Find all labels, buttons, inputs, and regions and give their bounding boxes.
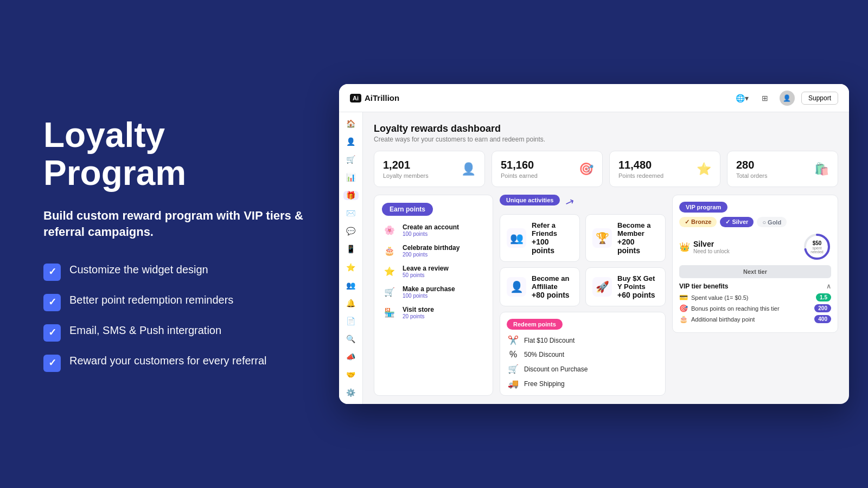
- earn-icon-visit: 🏪: [382, 305, 397, 320]
- buyx-name: Buy $X Get Y Points: [617, 274, 659, 291]
- sidebar: 🏠 👤 🛒 📊 🎁 ✉️ 💬 📱 ⭐ 👥 🔔 📄 🔍 📣 🤝 ⚙️: [339, 112, 363, 404]
- language-icon[interactable]: 🌐▾: [734, 90, 750, 106]
- stat-icon-earned: 🎯: [579, 162, 593, 176]
- earn-points-title: Earn points: [382, 203, 433, 216]
- sidebar-affiliate-icon[interactable]: 🤝: [343, 370, 359, 380]
- 50pct-label: 50% Discount: [524, 351, 564, 358]
- redeem-title: Redeem points: [507, 319, 563, 330]
- redeem-list: ✂️ Flat $10 Discount % 50% Discount 🛒 Di…: [507, 335, 659, 389]
- refer-name: Refer a Friends: [532, 221, 573, 237]
- stat-points-earned: 51,160 Points earned 🎯: [492, 151, 603, 187]
- sidebar-analytics-icon[interactable]: 🔍: [343, 335, 359, 344]
- sidebar-cart-icon[interactable]: 🛒: [343, 155, 359, 164]
- activity-buyx: 🚀 Buy $X Get Y Points +60 points: [585, 267, 666, 306]
- sidebar-user-icon[interactable]: 👤: [343, 137, 359, 146]
- earn-icon-account: 🌸: [382, 222, 397, 237]
- progress-amount: $50: [810, 240, 823, 246]
- refer-points: +100 points: [532, 237, 573, 255]
- check-icon: [43, 294, 61, 311]
- tier-silver[interactable]: ✓ Silver: [720, 217, 754, 227]
- feature-list: Customize the widget designBetter point …: [43, 262, 304, 372]
- progress-needed: spentneeded: [810, 246, 823, 254]
- sidebar-whatsapp-icon[interactable]: 📱: [343, 245, 359, 254]
- top-bar-icons: 🌐▾ ⊞ 👤 Support: [734, 90, 838, 106]
- bonus-icon: 🎯: [679, 304, 688, 312]
- logo-box: Ai: [350, 94, 361, 102]
- bonus-badge: 200: [814, 304, 831, 312]
- sidebar-pages-icon[interactable]: 📄: [343, 316, 359, 325]
- benefit-birthday: 🎂 Additional birthday point 400: [679, 315, 831, 323]
- earn-icon-review: ⭐: [382, 264, 397, 279]
- spent-label: Spent value (1= $0.5): [691, 294, 813, 301]
- stat-label-earned: Points earned: [501, 172, 538, 179]
- header-section: Loyalty rewards dashboard Create ways fo…: [374, 123, 838, 143]
- tier-name: Silver: [693, 240, 730, 248]
- check-icon: [43, 355, 61, 372]
- birthday-icon: 🎂: [679, 315, 688, 323]
- unique-badge: Unique activities: [500, 195, 560, 206]
- earn-name-review: Leave a review: [403, 265, 449, 272]
- stat-number-earned: 51,160: [501, 159, 538, 171]
- avatar[interactable]: 👤: [780, 91, 795, 106]
- feature-item: Better point redemption reminders: [43, 293, 304, 311]
- earn-name-account: Create an account: [403, 223, 459, 231]
- earn-icon-birthday: 🎂: [382, 243, 397, 258]
- earn-item: ⭐ Leave a review 50 points: [382, 264, 485, 279]
- vip-program-card: VIP program ✓ Bronze ✓ Silver ○ Gold 👑: [672, 195, 838, 333]
- earn-item: 🏪 Visit store 20 points: [382, 305, 485, 320]
- purchase-label: Discount on Purchase: [524, 365, 588, 373]
- grid-icon[interactable]: ⊞: [757, 90, 773, 106]
- top-bar: Ai AiTrillion 🌐▾ ⊞ 👤 Support: [339, 84, 849, 112]
- benefits-title: VIP tier benefits: [679, 282, 728, 290]
- stats-row: 1,201 Loyalty members 👤 51,160 Points ea…: [374, 151, 838, 187]
- check-icon: [43, 324, 61, 342]
- redeem-50pct: % 50% Discount: [507, 350, 659, 359]
- buyx-icon: 🚀: [592, 277, 612, 297]
- benefit-bonus: 🎯 Bonus points on reaching this tier 200: [679, 304, 831, 312]
- support-button[interactable]: Support: [801, 92, 838, 105]
- sidebar-campaign-icon[interactable]: 📣: [343, 352, 359, 362]
- stat-icon-members: 👤: [461, 162, 476, 176]
- sidebar-chart-icon[interactable]: 📊: [343, 172, 359, 182]
- member-points: +200 points: [617, 237, 659, 255]
- sidebar-home-icon[interactable]: 🏠: [343, 119, 359, 128]
- sidebar-settings-icon[interactable]: ⚙️: [343, 388, 359, 397]
- earn-name-purchase: Make a purchase: [403, 285, 455, 293]
- redeem-flat10: ✂️ Flat $10 Discount: [507, 335, 659, 345]
- birthday-badge: 400: [814, 315, 831, 323]
- next-tier-button[interactable]: Next tier: [679, 265, 831, 278]
- earn-name-visit: Visit store: [403, 306, 434, 313]
- bonus-label: Bonus points on reaching this tier: [691, 305, 811, 312]
- 50pct-icon: %: [507, 350, 520, 359]
- earn-list: 🌸 Create an account 100 points 🎂 Celebra…: [382, 222, 485, 320]
- sidebar-email-icon[interactable]: ✉️: [343, 209, 359, 218]
- feature-item: Email, SMS & Push intergration: [43, 323, 304, 342]
- stat-number-redeemed: 11,480: [618, 159, 663, 171]
- stat-number-members: 1,201: [383, 159, 429, 171]
- activities-column: Unique activities ↗ 👥 Refer a Friends +1…: [500, 195, 666, 396]
- tier-gold[interactable]: ○ Gold: [757, 217, 787, 227]
- shipping-icon: 🚚: [507, 378, 520, 389]
- earn-item: 🌸 Create an account 100 points: [382, 222, 485, 237]
- dashboard-title: Loyalty rewards dashboard: [374, 123, 838, 134]
- page-subtitle: Build custom reward program with VIP tie…: [43, 208, 304, 241]
- arrow-icon: ↗: [564, 194, 577, 209]
- redeem-purchase: 🛒 Discount on Purchase: [507, 364, 659, 374]
- flat10-label: Flat $10 Discount: [524, 337, 575, 344]
- sidebar-chat-icon[interactable]: 💬: [343, 227, 359, 236]
- main-content: 🏠 👤 🛒 📊 🎁 ✉️ 💬 📱 ⭐ 👥 🔔 📄 🔍 📣 🤝 ⚙️: [339, 112, 849, 404]
- affiliate-points: +80 points: [532, 291, 573, 299]
- sidebar-gift-icon[interactable]: 🎁: [343, 191, 359, 200]
- sidebar-star-icon[interactable]: ⭐: [343, 262, 359, 272]
- page-title: Loyalty Program: [43, 116, 304, 192]
- sidebar-team-icon[interactable]: 👥: [343, 280, 359, 290]
- sidebar-bell-icon[interactable]: 🔔: [343, 298, 359, 307]
- tier-bronze[interactable]: ✓ Bronze: [679, 217, 717, 227]
- tier-unlock: Need to unlock: [693, 248, 730, 254]
- logo-text: AiTrillion: [365, 93, 399, 102]
- member-name: Become a Member: [617, 221, 659, 237]
- earn-points-account: 100 points: [403, 231, 459, 237]
- vip-column: VIP program ✓ Bronze ✓ Silver ○ Gold 👑: [672, 195, 838, 396]
- vip-tiers: ✓ Bronze ✓ Silver ○ Gold: [679, 217, 831, 227]
- buyx-points: +60 points: [617, 291, 659, 299]
